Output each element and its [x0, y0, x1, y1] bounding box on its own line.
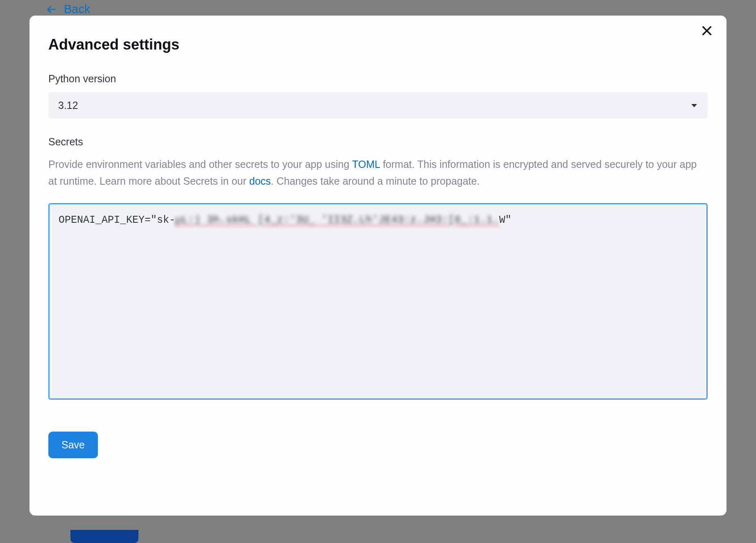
close-button[interactable] — [700, 25, 713, 38]
secrets-value-suffix: W" — [499, 214, 512, 226]
secrets-desc-pre: Provide environment variables and other … — [48, 158, 352, 170]
background-button-edge — [70, 530, 138, 543]
modal-title: Advanced settings — [48, 36, 708, 53]
advanced-settings-modal: Advanced settings Python version 3.12 Se… — [29, 16, 727, 516]
close-icon — [701, 25, 713, 39]
chevron-down-icon — [691, 104, 697, 107]
docs-link[interactable]: docs — [249, 175, 271, 187]
back-link[interactable]: Back — [46, 2, 90, 16]
python-version-label: Python version — [48, 73, 708, 85]
secrets-description: Provide environment variables and other … — [48, 156, 708, 190]
back-label: Back — [64, 2, 90, 16]
secrets-value-prefix: OPENAI_API_KEY="sk- — [59, 214, 175, 226]
secrets-label: Secrets — [48, 136, 708, 148]
secrets-value-redacted: µL:j 3h.skHL [4_z:'3U_ 'II3Z.Lh'JE43:z.J… — [175, 214, 499, 226]
python-version-select[interactable]: 3.12 — [48, 92, 708, 119]
secrets-input[interactable]: OPENAI_API_KEY="sk-µL:j 3h.skHL [4_z:'3U… — [48, 203, 708, 400]
arrow-left-icon — [46, 4, 57, 15]
toml-link[interactable]: TOML — [352, 158, 380, 170]
python-version-value: 3.12 — [58, 100, 78, 111]
secrets-desc-post: . Changes take around a minute to propag… — [271, 175, 480, 187]
save-button[interactable]: Save — [48, 432, 98, 458]
